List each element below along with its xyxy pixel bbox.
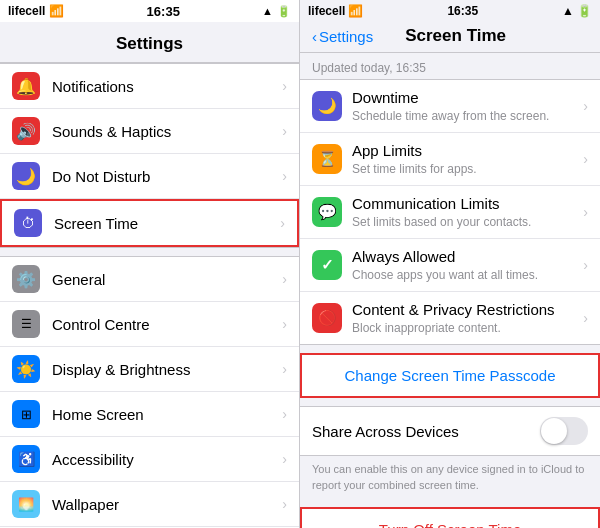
downtime-chevron-icon: ›	[583, 98, 588, 114]
always-allowed-icon: ✓	[312, 250, 342, 280]
sounds-label: Sounds & Haptics	[52, 123, 282, 140]
sounds-chevron-icon: ›	[282, 123, 287, 139]
toggle-knob	[541, 418, 567, 444]
accessibility-chevron-icon: ›	[282, 451, 287, 467]
share-row: Share Across Devices	[300, 406, 600, 456]
left-battery-icon: 🔋	[277, 5, 291, 18]
sidebar-item-accessibility[interactable]: ♿ Accessibility ›	[0, 437, 299, 482]
right-content: Updated today, 16:35 🌙 Downtime Schedule…	[300, 53, 600, 528]
sidebar-item-notifications[interactable]: 🔔 Notifications ›	[0, 64, 299, 109]
notifications-icon: 🔔	[12, 72, 40, 100]
right-nav-header: ‹ Settings Screen Time	[300, 22, 600, 53]
right-row-app-limits[interactable]: ⏳ App Limits Set time limits for apps. ›	[300, 133, 600, 186]
left-page-title: Settings	[0, 30, 299, 58]
app-limits-subtitle: Set time limits for apps.	[352, 162, 583, 178]
always-allowed-title: Always Allowed	[352, 247, 583, 267]
turn-off-row[interactable]: Turn Off Screen Time	[300, 507, 600, 528]
back-button[interactable]: ‹ Settings	[312, 28, 373, 45]
change-passcode-row[interactable]: Change Screen Time Passcode	[300, 353, 600, 398]
left-carrier: lifecell	[8, 4, 45, 18]
do-not-disturb-label: Do Not Disturb	[52, 168, 282, 185]
updated-label: Updated today, 16:35	[300, 53, 600, 79]
right-time: 16:35	[447, 4, 478, 18]
left-wifi-icon: ▲	[262, 5, 273, 17]
home-screen-label: Home Screen	[52, 406, 282, 423]
always-allowed-chevron-icon: ›	[583, 257, 588, 273]
general-icon: ⚙️	[12, 265, 40, 293]
right-battery-icon: 🔋	[577, 4, 592, 18]
do-not-disturb-icon: 🌙	[12, 162, 40, 190]
dnd-chevron-icon: ›	[282, 168, 287, 184]
back-label: Settings	[319, 28, 373, 45]
turn-off-label: Turn Off Screen Time	[379, 521, 522, 528]
app-limits-title: App Limits	[352, 141, 583, 161]
share-toggle[interactable]	[540, 417, 588, 445]
left-status-right: ▲ 🔋	[262, 5, 291, 18]
right-wifi-icon: ▲	[562, 4, 574, 18]
communication-limits-subtitle: Set limits based on your contacts.	[352, 215, 583, 231]
downtime-title: Downtime	[352, 88, 583, 108]
left-status-left: lifecell 📶	[8, 4, 64, 18]
communication-limits-chevron-icon: ›	[583, 204, 588, 220]
always-allowed-subtitle: Choose apps you want at all times.	[352, 268, 583, 284]
content-privacy-subtitle: Block inappropriate content.	[352, 321, 583, 337]
wallpaper-icon: 🌅	[12, 490, 40, 518]
right-row-communication-limits[interactable]: 💬 Communication Limits Set limits based …	[300, 186, 600, 239]
wallpaper-label: Wallpaper	[52, 496, 282, 513]
sidebar-item-sounds[interactable]: 🔊 Sounds & Haptics ›	[0, 109, 299, 154]
change-passcode-label: Change Screen Time Passcode	[345, 367, 556, 384]
right-carrier-text: lifecell	[308, 4, 345, 18]
display-brightness-label: Display & Brightness	[52, 361, 282, 378]
share-note: You can enable this on any device signed…	[300, 456, 600, 499]
right-items-section: 🌙 Downtime Schedule time away from the s…	[300, 79, 600, 345]
home-screen-icon: ⊞	[12, 400, 40, 428]
general-chevron-icon: ›	[282, 271, 287, 287]
communication-limits-text: Communication Limits Set limits based on…	[352, 194, 583, 230]
right-page-title: Screen Time	[373, 26, 538, 46]
downtime-subtitle: Schedule time away from the screen.	[352, 109, 583, 125]
always-allowed-text: Always Allowed Choose apps you want at a…	[352, 247, 583, 283]
accessibility-label: Accessibility	[52, 451, 282, 468]
sidebar-item-home-screen[interactable]: ⊞ Home Screen ›	[0, 392, 299, 437]
content-privacy-text: Content & Privacy Restrictions Block ina…	[352, 300, 583, 336]
right-row-content-privacy[interactable]: 🚫 Content & Privacy Restrictions Block i…	[300, 292, 600, 344]
left-section-2: ⚙️ General › ☰ Control Centre › ☀️ Displ…	[0, 256, 299, 528]
right-panel: lifecell 📶 16:35 ▲ 🔋 ‹ Settings Screen T…	[300, 0, 600, 528]
control-centre-chevron-icon: ›	[282, 316, 287, 332]
screen-time-label: Screen Time	[54, 215, 280, 232]
control-centre-label: Control Centre	[52, 316, 282, 333]
left-status-bar: lifecell 📶 16:35 ▲ 🔋	[0, 0, 299, 22]
content-privacy-title: Content & Privacy Restrictions	[352, 300, 583, 320]
sidebar-item-general[interactable]: ⚙️ General ›	[0, 257, 299, 302]
left-signal-icon: 📶	[49, 4, 64, 18]
notifications-label: Notifications	[52, 78, 282, 95]
app-limits-chevron-icon: ›	[583, 151, 588, 167]
downtime-text: Downtime Schedule time away from the scr…	[352, 88, 583, 124]
sounds-icon: 🔊	[12, 117, 40, 145]
right-status-right: ▲ 🔋	[562, 4, 592, 18]
display-brightness-icon: ☀️	[12, 355, 40, 383]
communication-limits-title: Communication Limits	[352, 194, 583, 214]
right-row-always-allowed[interactable]: ✓ Always Allowed Choose apps you want at…	[300, 239, 600, 292]
content-privacy-icon: 🚫	[312, 303, 342, 333]
right-row-downtime[interactable]: 🌙 Downtime Schedule time away from the s…	[300, 80, 600, 133]
communication-limits-icon: 💬	[312, 197, 342, 227]
right-status-bar: lifecell 📶 16:35 ▲ 🔋	[300, 0, 600, 22]
left-time: 16:35	[147, 4, 180, 19]
control-centre-icon: ☰	[12, 310, 40, 338]
content-privacy-chevron-icon: ›	[583, 310, 588, 326]
app-limits-icon: ⏳	[312, 144, 342, 174]
sidebar-item-wallpaper[interactable]: 🌅 Wallpaper ›	[0, 482, 299, 527]
general-label: General	[52, 271, 282, 288]
left-nav-header: Settings	[0, 22, 299, 63]
sidebar-item-display-brightness[interactable]: ☀️ Display & Brightness ›	[0, 347, 299, 392]
wallpaper-chevron-icon: ›	[282, 496, 287, 512]
downtime-icon: 🌙	[312, 91, 342, 121]
sidebar-item-screen-time[interactable]: ⏱ Screen Time ›	[0, 199, 299, 247]
app-limits-text: App Limits Set time limits for apps.	[352, 141, 583, 177]
right-carrier: lifecell 📶	[308, 4, 363, 18]
right-signal-icon: 📶	[348, 4, 363, 18]
sidebar-item-do-not-disturb[interactable]: 🌙 Do Not Disturb ›	[0, 154, 299, 199]
left-settings-list: 🔔 Notifications › 🔊 Sounds & Haptics › 🌙…	[0, 63, 299, 528]
sidebar-item-control-centre[interactable]: ☰ Control Centre ›	[0, 302, 299, 347]
